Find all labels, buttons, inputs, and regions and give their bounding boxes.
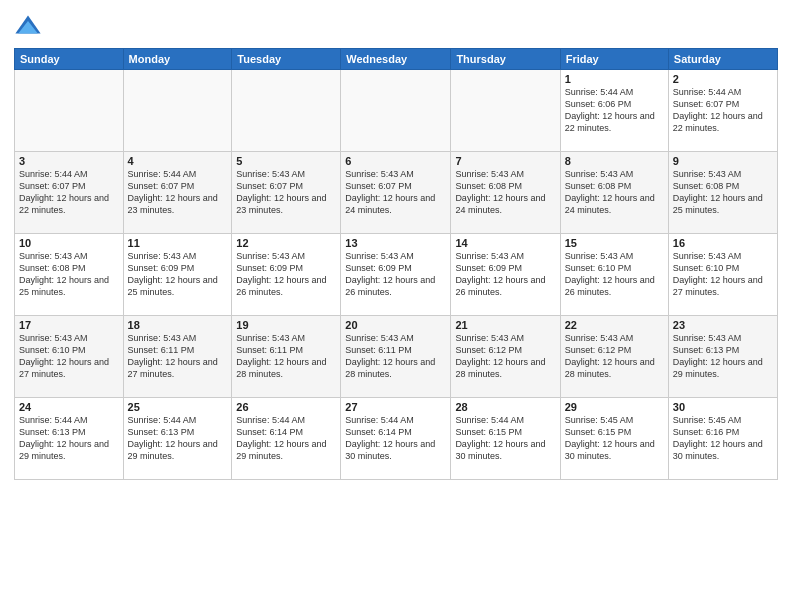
day-number: 9 — [673, 155, 773, 167]
day-info: Sunrise: 5:43 AM Sunset: 6:09 PM Dayligh… — [128, 250, 228, 299]
day-info: Sunrise: 5:44 AM Sunset: 6:07 PM Dayligh… — [673, 86, 773, 135]
day-number: 18 — [128, 319, 228, 331]
day-number: 23 — [673, 319, 773, 331]
calendar-cell-empty — [341, 70, 451, 152]
day-number: 30 — [673, 401, 773, 413]
calendar-header-wednesday: Wednesday — [341, 49, 451, 70]
day-info: Sunrise: 5:44 AM Sunset: 6:13 PM Dayligh… — [128, 414, 228, 463]
calendar-cell-26: 26Sunrise: 5:44 AM Sunset: 6:14 PM Dayli… — [232, 398, 341, 480]
day-info: Sunrise: 5:43 AM Sunset: 6:08 PM Dayligh… — [673, 168, 773, 217]
calendar-header-monday: Monday — [123, 49, 232, 70]
day-info: Sunrise: 5:43 AM Sunset: 6:09 PM Dayligh… — [455, 250, 555, 299]
calendar-cell-8: 8Sunrise: 5:43 AM Sunset: 6:08 PM Daylig… — [560, 152, 668, 234]
calendar-week-2: 3Sunrise: 5:44 AM Sunset: 6:07 PM Daylig… — [15, 152, 778, 234]
calendar-cell-7: 7Sunrise: 5:43 AM Sunset: 6:08 PM Daylig… — [451, 152, 560, 234]
day-info: Sunrise: 5:43 AM Sunset: 6:11 PM Dayligh… — [128, 332, 228, 381]
calendar-cell-28: 28Sunrise: 5:44 AM Sunset: 6:15 PM Dayli… — [451, 398, 560, 480]
calendar-cell-19: 19Sunrise: 5:43 AM Sunset: 6:11 PM Dayli… — [232, 316, 341, 398]
day-info: Sunrise: 5:44 AM Sunset: 6:13 PM Dayligh… — [19, 414, 119, 463]
day-info: Sunrise: 5:43 AM Sunset: 6:10 PM Dayligh… — [19, 332, 119, 381]
day-info: Sunrise: 5:44 AM Sunset: 6:14 PM Dayligh… — [345, 414, 446, 463]
day-number: 20 — [345, 319, 446, 331]
day-number: 6 — [345, 155, 446, 167]
calendar-cell-empty — [232, 70, 341, 152]
day-info: Sunrise: 5:43 AM Sunset: 6:09 PM Dayligh… — [236, 250, 336, 299]
calendar-cell-23: 23Sunrise: 5:43 AM Sunset: 6:13 PM Dayli… — [668, 316, 777, 398]
calendar-cell-empty — [15, 70, 124, 152]
calendar-cell-30: 30Sunrise: 5:45 AM Sunset: 6:16 PM Dayli… — [668, 398, 777, 480]
day-info: Sunrise: 5:43 AM Sunset: 6:13 PM Dayligh… — [673, 332, 773, 381]
day-info: Sunrise: 5:43 AM Sunset: 6:11 PM Dayligh… — [345, 332, 446, 381]
calendar-cell-27: 27Sunrise: 5:44 AM Sunset: 6:14 PM Dayli… — [341, 398, 451, 480]
calendar-cell-3: 3Sunrise: 5:44 AM Sunset: 6:07 PM Daylig… — [15, 152, 124, 234]
day-info: Sunrise: 5:43 AM Sunset: 6:12 PM Dayligh… — [565, 332, 664, 381]
day-info: Sunrise: 5:43 AM Sunset: 6:09 PM Dayligh… — [345, 250, 446, 299]
calendar-week-3: 10Sunrise: 5:43 AM Sunset: 6:08 PM Dayli… — [15, 234, 778, 316]
day-number: 2 — [673, 73, 773, 85]
calendar-cell-empty — [123, 70, 232, 152]
header — [14, 10, 778, 42]
day-info: Sunrise: 5:43 AM Sunset: 6:10 PM Dayligh… — [673, 250, 773, 299]
day-info: Sunrise: 5:44 AM Sunset: 6:06 PM Dayligh… — [565, 86, 664, 135]
day-info: Sunrise: 5:44 AM Sunset: 6:14 PM Dayligh… — [236, 414, 336, 463]
calendar-week-5: 24Sunrise: 5:44 AM Sunset: 6:13 PM Dayli… — [15, 398, 778, 480]
day-info: Sunrise: 5:45 AM Sunset: 6:16 PM Dayligh… — [673, 414, 773, 463]
calendar-cell-29: 29Sunrise: 5:45 AM Sunset: 6:15 PM Dayli… — [560, 398, 668, 480]
day-info: Sunrise: 5:43 AM Sunset: 6:08 PM Dayligh… — [565, 168, 664, 217]
day-number: 8 — [565, 155, 664, 167]
day-info: Sunrise: 5:44 AM Sunset: 6:07 PM Dayligh… — [128, 168, 228, 217]
calendar-header-thursday: Thursday — [451, 49, 560, 70]
day-number: 16 — [673, 237, 773, 249]
calendar-cell-6: 6Sunrise: 5:43 AM Sunset: 6:07 PM Daylig… — [341, 152, 451, 234]
day-number: 1 — [565, 73, 664, 85]
calendar-cell-11: 11Sunrise: 5:43 AM Sunset: 6:09 PM Dayli… — [123, 234, 232, 316]
day-info: Sunrise: 5:43 AM Sunset: 6:12 PM Dayligh… — [455, 332, 555, 381]
calendar-cell-9: 9Sunrise: 5:43 AM Sunset: 6:08 PM Daylig… — [668, 152, 777, 234]
day-info: Sunrise: 5:44 AM Sunset: 6:15 PM Dayligh… — [455, 414, 555, 463]
day-number: 29 — [565, 401, 664, 413]
calendar-cell-2: 2Sunrise: 5:44 AM Sunset: 6:07 PM Daylig… — [668, 70, 777, 152]
calendar-cell-empty — [451, 70, 560, 152]
day-number: 19 — [236, 319, 336, 331]
calendar-cell-17: 17Sunrise: 5:43 AM Sunset: 6:10 PM Dayli… — [15, 316, 124, 398]
day-number: 12 — [236, 237, 336, 249]
calendar-cell-1: 1Sunrise: 5:44 AM Sunset: 6:06 PM Daylig… — [560, 70, 668, 152]
day-info: Sunrise: 5:44 AM Sunset: 6:07 PM Dayligh… — [19, 168, 119, 217]
calendar-cell-10: 10Sunrise: 5:43 AM Sunset: 6:08 PM Dayli… — [15, 234, 124, 316]
calendar-table: SundayMondayTuesdayWednesdayThursdayFrid… — [14, 48, 778, 480]
calendar-header-row: SundayMondayTuesdayWednesdayThursdayFrid… — [15, 49, 778, 70]
logo-icon — [14, 14, 42, 42]
page: SundayMondayTuesdayWednesdayThursdayFrid… — [0, 0, 792, 612]
day-number: 7 — [455, 155, 555, 167]
calendar-cell-12: 12Sunrise: 5:43 AM Sunset: 6:09 PM Dayli… — [232, 234, 341, 316]
day-info: Sunrise: 5:43 AM Sunset: 6:08 PM Dayligh… — [455, 168, 555, 217]
day-number: 5 — [236, 155, 336, 167]
calendar-cell-21: 21Sunrise: 5:43 AM Sunset: 6:12 PM Dayli… — [451, 316, 560, 398]
day-number: 4 — [128, 155, 228, 167]
day-number: 22 — [565, 319, 664, 331]
day-number: 27 — [345, 401, 446, 413]
calendar-header-tuesday: Tuesday — [232, 49, 341, 70]
calendar-header-saturday: Saturday — [668, 49, 777, 70]
calendar-cell-16: 16Sunrise: 5:43 AM Sunset: 6:10 PM Dayli… — [668, 234, 777, 316]
logo — [14, 14, 46, 42]
calendar-week-1: 1Sunrise: 5:44 AM Sunset: 6:06 PM Daylig… — [15, 70, 778, 152]
calendar-header-sunday: Sunday — [15, 49, 124, 70]
calendar-cell-4: 4Sunrise: 5:44 AM Sunset: 6:07 PM Daylig… — [123, 152, 232, 234]
day-number: 14 — [455, 237, 555, 249]
day-number: 15 — [565, 237, 664, 249]
calendar-cell-24: 24Sunrise: 5:44 AM Sunset: 6:13 PM Dayli… — [15, 398, 124, 480]
calendar-cell-15: 15Sunrise: 5:43 AM Sunset: 6:10 PM Dayli… — [560, 234, 668, 316]
calendar-cell-18: 18Sunrise: 5:43 AM Sunset: 6:11 PM Dayli… — [123, 316, 232, 398]
calendar-week-4: 17Sunrise: 5:43 AM Sunset: 6:10 PM Dayli… — [15, 316, 778, 398]
calendar-cell-20: 20Sunrise: 5:43 AM Sunset: 6:11 PM Dayli… — [341, 316, 451, 398]
day-number: 10 — [19, 237, 119, 249]
calendar-cell-22: 22Sunrise: 5:43 AM Sunset: 6:12 PM Dayli… — [560, 316, 668, 398]
day-number: 24 — [19, 401, 119, 413]
calendar-cell-5: 5Sunrise: 5:43 AM Sunset: 6:07 PM Daylig… — [232, 152, 341, 234]
day-info: Sunrise: 5:45 AM Sunset: 6:15 PM Dayligh… — [565, 414, 664, 463]
day-info: Sunrise: 5:43 AM Sunset: 6:10 PM Dayligh… — [565, 250, 664, 299]
calendar-header-friday: Friday — [560, 49, 668, 70]
day-number: 3 — [19, 155, 119, 167]
day-info: Sunrise: 5:43 AM Sunset: 6:07 PM Dayligh… — [236, 168, 336, 217]
